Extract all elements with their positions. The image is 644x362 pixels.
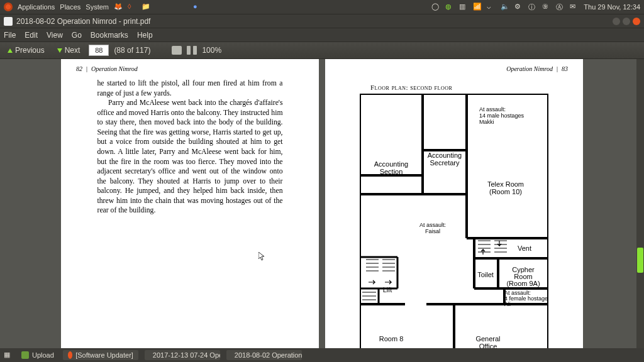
note-assault-telex: At assault:14 male hostagesMakki	[479, 106, 525, 125]
menu-file[interactable]: File	[4, 31, 16, 40]
distro-logo-icon[interactable]	[4, 3, 13, 11]
label-room8: Room 8	[379, 335, 404, 343]
next-page-button[interactable]: Next	[53, 45, 84, 56]
arrow-up-icon	[8, 48, 13, 53]
task-doc-2[interactable]: 2018-08-02 Operation …	[226, 350, 302, 360]
page-left: 82 | Operation Nimrod he started to lift…	[61, 59, 319, 348]
mail-icon[interactable]: ✉	[570, 3, 579, 11]
window-title: 2018-08-02 Operation Nimrod - print.pdf	[16, 17, 150, 26]
minimize-button[interactable]	[613, 18, 620, 25]
page-input[interactable]	[89, 45, 109, 56]
menu-go[interactable]: Go	[72, 31, 82, 40]
view-dual-icon[interactable]	[187, 46, 197, 55]
location-icon[interactable]: ◯	[431, 3, 440, 11]
app-menubar: File Edit View Go Bookmarks Help	[0, 28, 644, 41]
body-para: Parry and McAleese went back into the ch…	[97, 98, 283, 216]
scrollbar-thumb[interactable]	[637, 248, 643, 273]
page-number: 82	[76, 65, 82, 72]
indicator-9-icon[interactable]: ⑨	[542, 3, 551, 11]
menu-applications[interactable]: Applications	[18, 3, 55, 11]
task-upload[interactable]: Upload	[19, 350, 57, 360]
label-cypher-room: CypherRoom(Room 9A)	[506, 266, 540, 287]
volume-icon[interactable]: 🔈	[501, 3, 509, 11]
close-button[interactable]	[633, 18, 640, 25]
running-title: Operation Nimrod	[506, 65, 553, 72]
mouse-cursor-icon	[258, 252, 265, 261]
files-icon[interactable]: 📁	[142, 3, 150, 11]
task-software-updater[interactable]: [Software Updater]	[63, 350, 138, 360]
label-toilet: Toilet	[477, 271, 494, 278]
wifi-icon[interactable]: 📶	[473, 3, 482, 11]
pdf-icon	[4, 17, 13, 26]
page-number: 83	[562, 65, 568, 72]
prev-page-button[interactable]: Previous	[4, 45, 48, 56]
floorplan-caption: Floor plan: second floor	[370, 84, 568, 91]
svg-text:AccountingSecretary: AccountingSecretary	[428, 151, 462, 167]
menu-system[interactable]: System	[86, 3, 109, 11]
menu-edit[interactable]: Edit	[25, 31, 38, 40]
bluetooth-icon[interactable]: ⌵	[487, 3, 496, 11]
show-desktop-icon[interactable]: ▦	[4, 351, 13, 359]
indicator-i-icon[interactable]: ⓘ	[528, 3, 537, 11]
next-label: Next	[65, 46, 80, 55]
window-titlebar: 2018-08-02 Operation Nimrod - print.pdf	[0, 14, 644, 28]
page-right: Operation Nimrod | 83 Floor plan: second…	[325, 59, 583, 348]
document-viewport[interactable]: 82 | Operation Nimrod he started to lift…	[0, 59, 644, 348]
label-general-office: GeneralOffice(Room 9)	[474, 335, 502, 348]
label-telex-room: Telex Room(Room 10)	[487, 180, 524, 195]
prev-label: Previous	[15, 46, 45, 55]
label-lift: Lift	[383, 286, 392, 293]
firefox-icon[interactable]: 🦊	[114, 3, 123, 11]
label-accounting-section: Accounting	[374, 160, 408, 168]
menu-bookmarks[interactable]: Bookmarks	[91, 31, 128, 40]
arrow-down-icon	[57, 48, 62, 53]
maximize-button[interactable]	[623, 18, 630, 25]
menu-places[interactable]: Places	[60, 3, 80, 11]
label-accounting-secretary: Accounting	[428, 151, 462, 159]
taskbar: ▦ Upload [Software Updater] 2017-12-13 0…	[0, 348, 644, 362]
floorplan-diagram: AccountingSection AccountingSecretary Te…	[360, 94, 548, 348]
system-menubar: Applications Places System 🦊 ◊ 📁 ● ◯ ◍ ▥…	[0, 0, 644, 14]
body-para: he started to lift the pistol, all four …	[97, 79, 283, 98]
view-single-icon[interactable]	[172, 46, 182, 55]
brave-icon[interactable]: ◊	[128, 3, 136, 11]
svg-text:AccountingSection: AccountingSection	[374, 160, 408, 175]
zoom-level[interactable]: 100%	[202, 46, 221, 55]
menu-view[interactable]: View	[47, 31, 63, 40]
sync-icon[interactable]: ◍	[445, 3, 454, 11]
menu-help[interactable]: Help	[137, 31, 153, 40]
vertical-scrollbar[interactable]	[636, 59, 644, 348]
drive-icon[interactable]: ▥	[459, 3, 468, 11]
running-title: Operation Nimrod	[91, 65, 138, 72]
app-icon[interactable]: ●	[193, 3, 202, 11]
label-vent: Vent	[518, 244, 531, 252]
page-total: (88 of 117)	[114, 46, 150, 55]
clock[interactable]: Thu 29 Nov, 12:34	[584, 3, 640, 11]
toolbar: Previous Next (88 of 117) 100%	[0, 41, 644, 59]
task-doc-1[interactable]: 2017-12-13 07-24 Oper …	[145, 350, 220, 360]
indicator-a-icon[interactable]: Ⓐ	[556, 3, 565, 11]
gear-icon[interactable]: ⚙	[514, 3, 523, 11]
note-assault-faisal: At assault:Faisal	[419, 222, 446, 234]
